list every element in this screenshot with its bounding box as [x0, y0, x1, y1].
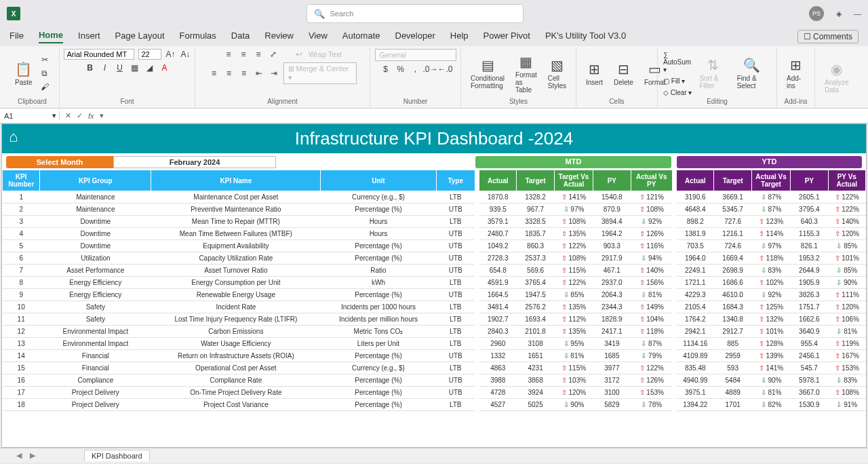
- table-row[interactable]: 8Energy EfficiencyEnergy Consumption per…: [3, 277, 866, 289]
- decrease-font-icon[interactable]: A↓: [180, 49, 191, 60]
- menu-data[interactable]: Data: [231, 31, 250, 43]
- align-top-icon[interactable]: ≡: [223, 49, 234, 60]
- table-row[interactable]: 6UtilizationCapacity Utilization RatePer…: [3, 252, 866, 265]
- enter-icon[interactable]: ✓: [77, 111, 83, 120]
- inc-decimal-icon[interactable]: .0→: [425, 64, 436, 75]
- comments-button[interactable]: ☐ Comments: [797, 30, 859, 43]
- font-size-dropdown[interactable]: [138, 49, 161, 60]
- cell-styles-button[interactable]: ▧Cell Styles: [544, 56, 570, 91]
- align-bot-icon[interactable]: ≡: [253, 49, 264, 60]
- select-month-value[interactable]: February 2024: [113, 156, 276, 168]
- tab-kpi-dashboard[interactable]: KPI Dashboard: [84, 450, 150, 461]
- paste-button[interactable]: 📋Paste: [11, 60, 37, 88]
- minimize-icon[interactable]: —: [854, 9, 861, 18]
- th-mtd-tva[interactable]: Target Vs Actual: [554, 170, 593, 191]
- menu-pk-tool[interactable]: PK's Utility Tool V3.0: [545, 31, 626, 43]
- table-row[interactable]: 17Project DeliveryOn-Time Project Delive…: [3, 387, 866, 399]
- table-row[interactable]: 5DowntimeEquipment AvailabilityPercentag…: [3, 240, 866, 252]
- avatar[interactable]: PS: [809, 6, 824, 21]
- diamond-icon[interactable]: ◈: [836, 9, 842, 18]
- currency-icon[interactable]: $: [380, 64, 391, 75]
- fx-icon[interactable]: fx: [88, 112, 94, 120]
- border-icon[interactable]: ▦: [130, 62, 140, 73]
- orient-icon[interactable]: ⤢: [268, 49, 279, 60]
- delete-button[interactable]: ⊟Delete: [610, 60, 637, 88]
- format-painter-icon[interactable]: 🖌: [39, 81, 50, 92]
- fill-color-icon[interactable]: ◢: [144, 62, 155, 73]
- tab-prev-icon[interactable]: ◀: [14, 451, 24, 460]
- th-ytd-target[interactable]: Target: [714, 170, 751, 191]
- search-box[interactable]: 🔍 Search: [307, 4, 524, 23]
- comma-icon[interactable]: ,: [410, 64, 421, 75]
- th-ytd-pva[interactable]: PY Vs Actual: [828, 170, 865, 191]
- bold-icon[interactable]: B: [85, 62, 96, 73]
- merge-center-button[interactable]: ⊞ Merge & Center ▾: [283, 62, 357, 84]
- align-center-icon[interactable]: ≡: [224, 68, 235, 79]
- cut-icon[interactable]: ✂: [39, 54, 50, 65]
- th-mtd-target[interactable]: Target: [517, 170, 554, 191]
- align-left-icon[interactable]: ≡: [209, 68, 220, 79]
- number-format-dropdown[interactable]: General: [375, 49, 456, 61]
- cancel-icon[interactable]: ✕: [65, 111, 71, 120]
- analyze-button[interactable]: ◉Analyze Data: [821, 60, 853, 95]
- home-icon[interactable]: ⌂: [9, 128, 18, 146]
- menu-automate[interactable]: Automate: [342, 31, 380, 43]
- table-row[interactable]: 16ComplianceCompliance RatePercentage (%…: [3, 374, 866, 387]
- th-type[interactable]: Type: [436, 170, 475, 191]
- find-select-button[interactable]: 🔍Find & Select: [733, 56, 771, 91]
- autosum-button[interactable]: ∑ AutoSum ▾: [663, 51, 692, 73]
- table-row[interactable]: 2MaintenancePreventive Maintenance Ratio…: [3, 204, 866, 216]
- table-row[interactable]: 7Asset PerformanceAsset Turnover RatioRa…: [3, 265, 866, 277]
- table-row[interactable]: 13Environmental ImpactWater Usage Effici…: [3, 338, 866, 350]
- table-row[interactable]: 9Energy EfficiencyRenewable Energy Usage…: [3, 289, 866, 301]
- menu-formulas[interactable]: Formulas: [180, 31, 216, 43]
- increase-font-icon[interactable]: A↑: [165, 49, 176, 60]
- italic-icon[interactable]: I: [100, 62, 111, 73]
- menu-home[interactable]: Home: [39, 30, 63, 43]
- menu-page-layout[interactable]: Page Layout: [115, 31, 165, 43]
- table-row[interactable]: 4DowntimeMean Time Between Failures (MTB…: [3, 228, 866, 240]
- table-row[interactable]: 18Project DeliveryProject Cost VarianceP…: [3, 399, 866, 411]
- table-row[interactable]: 3DowntimeMean Time to Repair (MTTR)Hours…: [3, 216, 866, 228]
- percent-icon[interactable]: %: [395, 64, 406, 75]
- th-ytd-py[interactable]: PY: [791, 170, 828, 191]
- fx-dropdown-icon[interactable]: ▾: [100, 111, 104, 120]
- align-right-icon[interactable]: ≡: [239, 68, 250, 79]
- th-mtd-actual[interactable]: Actual: [479, 170, 517, 191]
- menu-insert[interactable]: Insert: [78, 31, 100, 43]
- table-row[interactable]: 11SafetyLost Time Injury Frequency Rate …: [3, 313, 866, 326]
- name-box[interactable]: A1▾: [0, 111, 60, 120]
- menu-help[interactable]: Help: [450, 31, 469, 43]
- menu-developer[interactable]: Developer: [395, 31, 435, 43]
- format-table-button[interactable]: ▦Format as Table: [511, 52, 541, 95]
- dec-decimal-icon[interactable]: ←.0: [440, 64, 451, 75]
- addins-button[interactable]: ⊞Add-ins: [783, 56, 809, 91]
- clear-button[interactable]: ◇ Clear ▾: [663, 89, 692, 96]
- underline-icon[interactable]: U: [115, 62, 125, 73]
- sort-filter-button[interactable]: ⇅Sort & Filter: [695, 56, 730, 91]
- menu-review[interactable]: Review: [264, 31, 294, 43]
- table-row[interactable]: 15FinancialOperational Cost per AssetCur…: [3, 362, 866, 374]
- tab-next-icon[interactable]: ▶: [27, 451, 38, 460]
- th-kpi-name[interactable]: KPI Name: [151, 170, 321, 191]
- indent-inc-icon[interactable]: ⇥: [269, 68, 279, 79]
- wrap-text-icon[interactable]: ↩: [294, 49, 304, 60]
- menu-view[interactable]: View: [309, 31, 328, 43]
- th-kpi-number[interactable]: KPI Number: [3, 170, 40, 191]
- table-row[interactable]: 1MaintenanceMaintenance Cost per AssetCu…: [3, 191, 866, 204]
- font-color-icon[interactable]: A: [159, 62, 170, 73]
- th-unit[interactable]: Unit: [321, 170, 436, 191]
- th-mtd-avp[interactable]: Actual Vs PY: [631, 170, 672, 191]
- fill-button[interactable]: ▢ Fill ▾: [663, 77, 692, 85]
- menu-power-pivot[interactable]: Power Pivot: [484, 31, 530, 43]
- align-mid-icon[interactable]: ≡: [238, 49, 249, 60]
- th-ytd-avt[interactable]: Actual Vs Target: [751, 170, 790, 191]
- cond-format-button[interactable]: ▤Conditional Formatting: [467, 56, 509, 91]
- table-row[interactable]: 10SafetyIncident RateIncidents per 1000 …: [3, 301, 866, 313]
- insert-button[interactable]: ⊞Insert: [582, 60, 607, 88]
- worksheet[interactable]: ⌂ Infrastructure KPI Dashboard -2024 Sel…: [1, 123, 867, 448]
- th-mtd-py[interactable]: PY: [593, 170, 631, 191]
- indent-dec-icon[interactable]: ⇤: [254, 68, 264, 79]
- th-ytd-actual[interactable]: Actual: [677, 170, 714, 191]
- copy-icon[interactable]: ⧉: [39, 68, 50, 79]
